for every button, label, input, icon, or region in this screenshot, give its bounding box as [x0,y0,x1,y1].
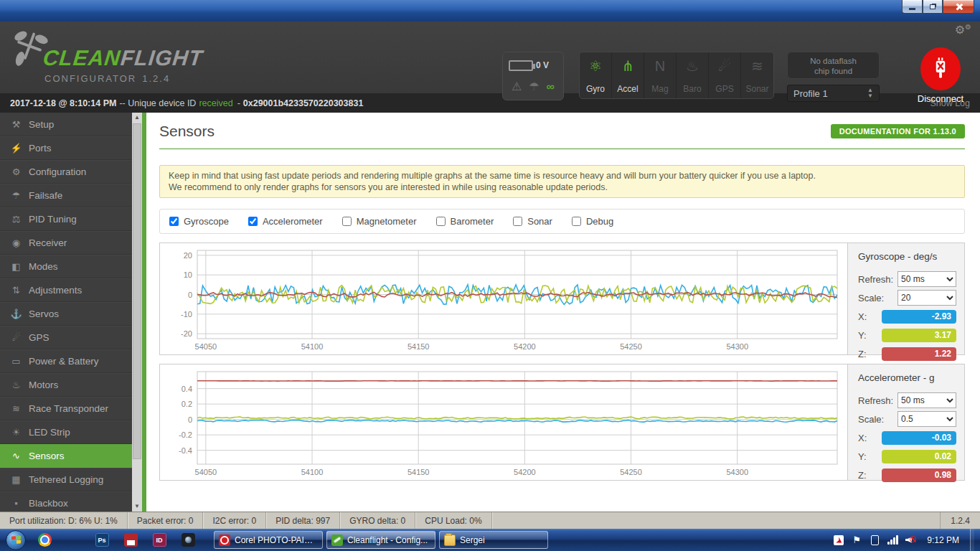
pinned-chrome-button[interactable] [30,530,59,550]
svg-text:54300: 54300 [726,342,748,351]
checkbox-gyroscope[interactable]: Gyroscope [169,216,229,227]
scrollbar-down-arrow[interactable]: ▼ [132,501,142,512]
sidebar-item-pid-tuning[interactable]: ⚖PID Tuning [0,207,132,231]
sidebar-item-label: Configuration [29,166,86,177]
refresh-select[interactable]: 50 ms [897,271,956,287]
sidebar-item-ports[interactable]: ⚡Ports [0,136,132,160]
sidebar-item-sensors[interactable]: ∿Sensors [0,444,132,468]
checkbox-sonar[interactable]: Sonar [513,216,552,227]
sidebar-item-adjustments[interactable]: ⇅Adjustments [0,278,132,302]
sidebar-item-motors[interactable]: ♨Motors [0,373,132,397]
checkbox-accelerometer[interactable]: Accelerometer [248,216,323,227]
acrobat-tray-icon[interactable] [834,535,844,545]
photoshop-icon: Ps [95,533,109,547]
sensor-indicator-label: Sonar [745,84,768,94]
pinned-indesign-button[interactable]: ID [145,530,174,550]
sidebar-item-failsafe[interactable]: ☂Failsafe [0,184,132,207]
checkbox-input-accelerometer[interactable] [248,217,258,226]
battery-voltage: 0 V [536,60,549,70]
checkbox-label: Gyroscope [184,216,229,227]
link-icon: ∞ [547,80,555,93]
photo-viewer-icon [67,533,80,547]
documentation-button[interactable]: DOCUMENTATION FOR 1.13.0 [831,124,965,138]
series-line-x-1 [197,420,837,422]
sidebar-item-gps[interactable]: ☄GPS [0,326,132,349]
sidebar-item-receiver[interactable]: ◉Receiver [0,231,132,255]
scrollbar-thumb[interactable] [133,123,141,459]
sidebar-item-configuration[interactable]: ⚙Configuration [0,160,132,184]
pinned-photoshop-button[interactable]: Ps [88,530,116,550]
checkbox-input-magnetometer[interactable] [342,217,352,226]
sidebar-item-label: Race Transponder [29,403,108,414]
taskbar-clock[interactable]: 9:12 PM [927,535,959,545]
battery-status-box: 0 V ⚠ ☂ ∞ [502,52,564,100]
refresh-label: Refresh: [858,395,893,406]
dataflash-status-button[interactable]: No dataflash chip found [787,52,880,79]
statusbar-cell-0: Port utilization: D: 6% U: 1% [0,512,128,529]
show-desktop-button[interactable] [970,529,974,551]
sidebar-item-modes[interactable]: ◧Modes [0,255,132,278]
sensor-indicator-accel: ⋔Accel [612,52,644,98]
sidebar-item-setup[interactable]: ⚒Setup [0,113,132,136]
taskbar-button-sergei[interactable]: Sergei [439,531,548,549]
pinned-camera-button[interactable] [174,530,202,550]
taskbar-button-corel-photo-paint[interactable]: Corel PHOTO-PAINT... [214,531,323,549]
window-restore-button[interactable] [923,0,943,14]
window-close-button[interactable] [943,0,974,14]
axis-label: X: [858,311,867,322]
sensor-indicator-label: Mag [651,84,668,94]
sidebar-item-blackbox[interactable]: ▪Blackbox [0,491,132,512]
graph-title: Gyroscope - deg/s [858,251,956,262]
scrollbar-up-arrow[interactable]: ▲ [132,113,142,123]
taskbar-button-cleanflight-config[interactable]: Cleanflight - Config... [326,531,435,549]
accelerometer-panel: Accelerometer - gRefresh:50 msScale:0.5X… [847,364,964,480]
checkbox-input-sonar[interactable] [513,217,522,226]
scale-select[interactable]: 0.5 [897,411,956,427]
checkbox-input-barometer[interactable] [436,217,446,226]
device-tray-icon[interactable] [871,535,879,545]
profile-select[interactable]: Profile 1 ▲▼ [787,85,880,102]
statusbar-cell-1: Packet error: 0 [128,512,204,529]
checkbox-input-debug[interactable] [572,217,581,226]
axis-row-z: Z:1.22 [858,346,956,362]
svg-text:54200: 54200 [514,468,536,476]
battery-icon: ▭ [10,356,22,367]
baro-icon: ♨ [686,57,699,75]
svg-text:10: 10 [184,270,192,279]
window-minimize-button[interactable] [902,0,923,14]
axis-label: Z: [858,349,867,359]
checkbox-barometer[interactable]: Barometer [436,216,494,227]
close-icon [955,3,963,11]
pinned-photo-viewer-button[interactable] [59,530,88,550]
sidebar-item-servos[interactable]: ⚓Servos [0,302,132,326]
refresh-select[interactable]: 50 ms [897,392,956,408]
sidebar-item-label: Power & Battery [29,356,99,367]
sensor-indicator-label: Gyro [586,84,605,94]
start-button[interactable] [6,530,26,550]
network-signal-icon[interactable] [887,535,898,545]
windows-taskbar: PsID Corel PHOTO-PAINT...Cleanflight - C… [0,529,980,551]
app-version: 1.2.4 [142,73,170,84]
checkbox-magnetometer[interactable]: Magnetometer [342,216,417,227]
taskbar-buttons: Corel PHOTO-PAINT...Cleanflight - Config… [214,531,548,549]
pinned-floppy-button[interactable] [116,530,145,550]
flag-tray-icon[interactable]: ⚑ [851,534,862,546]
sidebar-item-race-transponder[interactable]: ≋Race Transponder [0,397,132,420]
sensor-toggle-bar: GyroscopeAccelerometerMagnetometerBarome… [159,209,965,234]
pulse-icon: ∿ [10,451,22,461]
statusbar-version: 1.2.4 [940,512,980,529]
chrome-icon [38,533,52,547]
axis-label: Y: [858,451,867,462]
page-title: Sensors [159,123,215,140]
scale-select[interactable]: 20 [897,290,956,306]
volume-muted-icon[interactable] [905,535,916,545]
checkbox-debug[interactable]: Debug [572,216,613,227]
settings-gears-icon[interactable]: ⚙⚙ [955,23,971,37]
device-id: 0x29001b4233570220303831 [243,98,364,108]
gyroscope-panel: Gyroscope - deg/sRefresh:50 msScale:20X:… [847,243,964,354]
disconnect-button[interactable]: Disconnect [901,47,980,104]
sidebar-item-tethered-logging[interactable]: ▦Tethered Logging [0,468,132,491]
checkbox-input-gyroscope[interactable] [169,217,179,226]
sidebar-item-power-battery[interactable]: ▭Power & Battery [0,349,132,373]
sidebar-item-led-strip[interactable]: ☀LED Strip [0,420,132,444]
